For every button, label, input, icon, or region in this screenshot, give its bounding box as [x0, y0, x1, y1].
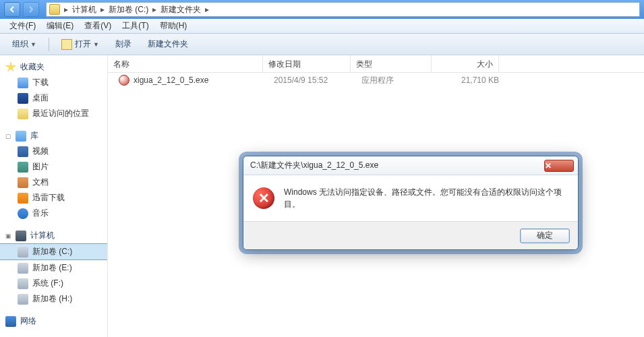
chevron-down-icon: ▼ [93, 41, 99, 48]
sidebar-item-downloads[interactable]: 下载 [0, 75, 107, 90]
sidebar-item-pictures[interactable]: 图片 [0, 159, 107, 175]
sidebar: 收藏夹 下载 桌面 最近访问的位置 ▢库 视频 图片 文档 迅雷下载 音乐 ▣计… [0, 55, 108, 337]
chevron-right-icon: ▸ [63, 5, 69, 14]
folder-icon [49, 4, 60, 15]
sidebar-item-recent[interactable]: 最近访问的位置 [0, 106, 107, 121]
recent-icon [18, 109, 28, 119]
breadcrumb[interactable]: ▸ 计算机 ▸ 新加卷 (C:) ▸ 新建文件夹 ▸ [46, 2, 640, 17]
breadcrumb-segment[interactable]: 新建文件夹 [158, 4, 204, 16]
chevron-right-icon: ▸ [151, 5, 158, 14]
menu-help[interactable]: 帮助(H) [154, 19, 193, 33]
sidebar-item-thunder[interactable]: 迅雷下载 [0, 190, 107, 206]
column-date[interactable]: 修改日期 [263, 55, 351, 72]
close-button[interactable]: ✕ [544, 160, 574, 172]
computer-icon [16, 231, 26, 241]
sidebar-item-desktop[interactable]: 桌面 [0, 90, 107, 106]
sidebar-item-drive-f[interactable]: 系统 (F:) [0, 276, 107, 291]
error-icon: ✕ [253, 187, 274, 209]
menu-view[interactable]: 查看(V) [79, 19, 117, 33]
library-icon [16, 131, 26, 142]
desktop-icon [18, 93, 28, 104]
sidebar-head-libraries[interactable]: ▢库 [0, 128, 107, 144]
column-name[interactable]: 名称 [108, 55, 263, 72]
cell-type: 应用程序 [356, 73, 437, 88]
menubar: 文件(F) 编辑(E) 查看(V) 工具(T) 帮助(H) [0, 19, 644, 34]
expand-icon: ▢ [5, 133, 11, 140]
drive-icon [18, 247, 28, 257]
open-icon [61, 39, 72, 50]
dialog-titlebar[interactable]: C:\新建文件夹\xigua_2_12_0_5.exe ✕ [243, 156, 578, 175]
music-icon [18, 208, 28, 219]
network-icon [5, 316, 16, 327]
sidebar-head-computer[interactable]: ▣计算机 [0, 228, 107, 243]
table-row[interactable]: xigua_2_12_0_5.exe 2015/4/9 15:52 应用程序 2… [108, 73, 644, 88]
sidebar-group-favorites: 收藏夹 下载 桌面 最近访问的位置 [0, 59, 107, 121]
drive-icon [18, 278, 28, 289]
sidebar-item-videos[interactable]: 视频 [0, 144, 107, 159]
nav-back-button[interactable] [4, 2, 20, 17]
cell-size: 21,710 KB [437, 74, 504, 86]
sidebar-head-network[interactable]: 网络 [0, 313, 107, 329]
chevron-down-icon: ▼ [30, 41, 36, 48]
dialog-footer: 确定 [243, 221, 578, 249]
separator [49, 38, 49, 51]
toolbar: 组织▼ 打开▼ 刻录 新建文件夹 [0, 34, 644, 55]
document-icon [18, 177, 28, 188]
sidebar-group-computer: ▣计算机 新加卷 (C:) 新加卷 (E:) 系统 (F:) 新加卷 (H:) [0, 228, 107, 307]
column-size[interactable]: 大小 [432, 55, 499, 72]
star-icon [5, 62, 16, 73]
menu-edit[interactable]: 编辑(E) [41, 19, 79, 33]
sidebar-item-drive-c[interactable]: 新加卷 (C:) [0, 243, 107, 260]
close-icon: ✕ [545, 161, 573, 171]
sidebar-group-libraries: ▢库 视频 图片 文档 迅雷下载 音乐 [0, 128, 107, 221]
burn-button[interactable]: 刻录 [109, 36, 138, 53]
menu-tools[interactable]: 工具(T) [117, 19, 154, 33]
titlebar: ▸ 计算机 ▸ 新加卷 (C:) ▸ 新建文件夹 ▸ [0, 0, 644, 19]
sidebar-head-favorites[interactable]: 收藏夹 [0, 59, 107, 75]
open-button[interactable]: 打开▼ [55, 36, 106, 53]
menu-file[interactable]: 文件(F) [4, 19, 41, 33]
dialog-body: ✕ Windows 无法访问指定设备、路径或文件。您可能没有合适的权限访问这个项… [243, 175, 578, 221]
nav-forward-button[interactable] [23, 2, 39, 17]
organize-button[interactable]: 组织▼ [5, 36, 43, 53]
collapse-icon: ▣ [5, 233, 11, 239]
cell-date: 2015/4/9 15:52 [268, 74, 356, 86]
sidebar-item-drive-e[interactable]: 新加卷 (E:) [0, 260, 107, 276]
error-dialog: C:\新建文件夹\xigua_2_12_0_5.exe ✕ ✕ Windows … [243, 156, 579, 250]
drive-icon [18, 263, 28, 274]
dialog-title: C:\新建文件夹\xigua_2_12_0_5.exe [250, 160, 544, 171]
thunder-icon [18, 193, 28, 204]
download-icon [18, 78, 28, 88]
sidebar-item-music[interactable]: 音乐 [0, 206, 107, 221]
new-folder-button[interactable]: 新建文件夹 [141, 36, 195, 53]
sidebar-group-network: 网络 [0, 313, 107, 329]
chevron-right-icon: ▸ [204, 5, 210, 14]
dialog-message: Windows 无法访问指定设备、路径或文件。您可能没有合适的权限访问这个项目。 [284, 186, 568, 210]
ok-button[interactable]: 确定 [520, 228, 570, 243]
exe-icon [119, 75, 129, 86]
drive-icon [18, 294, 28, 305]
breadcrumb-segment[interactable]: 新加卷 (C:) [106, 4, 151, 16]
chevron-right-icon: ▸ [99, 5, 106, 14]
column-headers: 名称 修改日期 类型 大小 [108, 55, 644, 73]
column-type[interactable]: 类型 [351, 55, 432, 72]
cell-name: xigua_2_12_0_5.exe [113, 73, 268, 87]
sidebar-item-drive-h[interactable]: 新加卷 (H:) [0, 291, 107, 307]
picture-icon [18, 162, 28, 173]
breadcrumb-segment[interactable]: 计算机 [69, 4, 99, 16]
video-icon [18, 146, 28, 157]
sidebar-item-documents[interactable]: 文档 [0, 175, 107, 190]
